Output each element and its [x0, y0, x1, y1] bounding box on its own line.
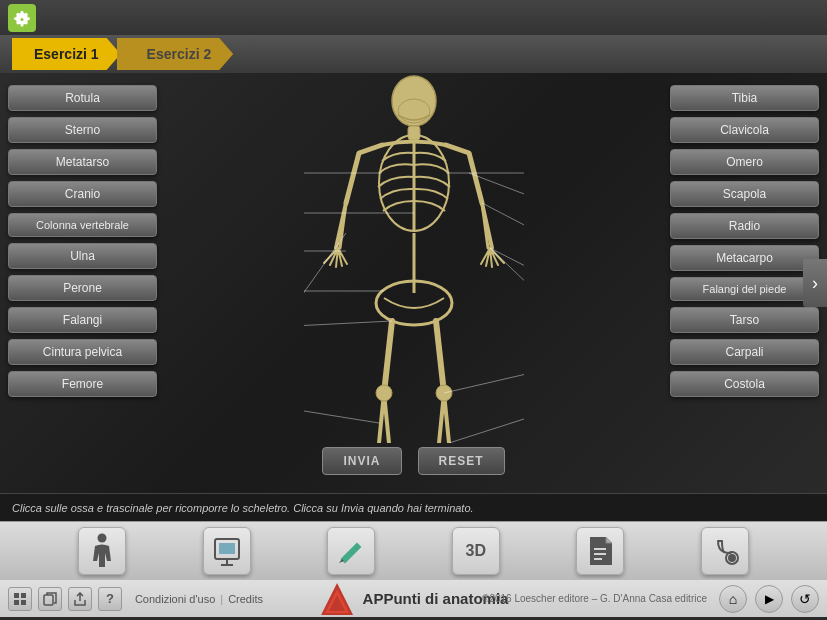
bone-btn-cranio[interactable]: Cranio	[8, 181, 157, 207]
reset-button[interactable]: RESET	[418, 447, 505, 475]
svg-rect-34	[21, 593, 26, 598]
footer-copy-button[interactable]	[38, 587, 62, 611]
tab-esercizi-2[interactable]: Esercizi 2	[117, 38, 234, 70]
bone-btn-clavicola[interactable]: Clavicola	[670, 117, 819, 143]
conditions-link[interactable]: Condizioni d'uso	[135, 593, 215, 605]
footer: ? Condizioni d'uso | Credits APPunti di …	[0, 579, 827, 617]
bone-btn-tarso[interactable]: Tarso	[670, 307, 819, 333]
footer-play-button[interactable]: ▶	[755, 585, 783, 613]
nav-doc-icon[interactable]	[576, 527, 624, 575]
svg-line-20	[444, 363, 524, 393]
nav-stethoscope-icon[interactable]	[701, 527, 749, 575]
copyright-text: ©2016 Loescher editore – G. D'Anna Casa …	[482, 593, 707, 604]
bone-btn-femore[interactable]: Femore	[8, 371, 157, 397]
skeleton-image[interactable]	[165, 78, 662, 438]
left-bone-list: Rotula Sterno Metatarso Cranio Colonna v…	[0, 73, 165, 493]
bone-btn-metatarso[interactable]: Metatarso	[8, 149, 157, 175]
footer-help-button[interactable]: ?	[98, 587, 122, 611]
tab-esercizi-1[interactable]: Esercizi 1	[12, 38, 121, 70]
skeleton-area: INVIA RESET	[165, 73, 662, 493]
svg-line-12	[304, 321, 392, 328]
main-content: Rotula Sterno Metatarso Cranio Colonna v…	[0, 73, 827, 493]
footer-right-icons: ⌂ ▶ ↺	[719, 585, 819, 613]
bone-btn-falangi-piede[interactable]: Falangi del piede	[670, 277, 819, 301]
svg-line-14	[304, 403, 379, 423]
app-logo	[319, 581, 355, 617]
nav-body-icon[interactable]	[78, 527, 126, 575]
bone-btn-tibia[interactable]: Tibia	[670, 85, 819, 111]
bone-btn-radio[interactable]: Radio	[670, 213, 819, 239]
svg-rect-37	[44, 595, 53, 605]
svg-rect-26	[219, 543, 235, 554]
top-bar	[0, 0, 827, 35]
bone-btn-rotula[interactable]: Rotula	[8, 85, 157, 111]
bone-btn-perone[interactable]: Perone	[8, 275, 157, 301]
bone-btn-carpali[interactable]: Carpali	[670, 339, 819, 365]
action-buttons: INVIA RESET	[322, 447, 504, 475]
bone-btn-costola[interactable]: Costola	[670, 371, 819, 397]
settings-button[interactable]	[8, 4, 36, 32]
instruction-bar: Clicca sulle ossa e trascinale per ricom…	[0, 493, 827, 521]
nav-slides-icon[interactable]	[203, 527, 251, 575]
footer-refresh-button[interactable]: ↺	[791, 585, 819, 613]
bone-btn-sterno[interactable]: Sterno	[8, 117, 157, 143]
bone-btn-cintura[interactable]: Cintura pelvica	[8, 339, 157, 365]
svg-rect-35	[14, 600, 19, 605]
bottom-nav-icons: 3D	[0, 521, 827, 579]
footer-grid-button[interactable]	[8, 587, 32, 611]
footer-left: ? Condizioni d'uso | Credits	[0, 587, 263, 611]
nav-3d-icon[interactable]: 3D	[452, 527, 500, 575]
footer-center: APPunti di anatomia	[319, 581, 509, 617]
footer-home-button[interactable]: ⌂	[719, 585, 747, 613]
svg-rect-36	[21, 600, 26, 605]
svg-point-31	[729, 555, 735, 561]
send-button[interactable]: INVIA	[322, 447, 401, 475]
bone-btn-ulna[interactable]: Ulna	[8, 243, 157, 269]
svg-point-6	[376, 385, 392, 401]
svg-rect-2	[408, 126, 420, 140]
svg-rect-33	[14, 593, 19, 598]
footer-share-button[interactable]	[68, 587, 92, 611]
tab-bar: Esercizi 1 Esercizi 2	[0, 35, 827, 73]
bone-btn-metacarpo[interactable]: Metacarpo	[670, 245, 819, 271]
bone-btn-omero[interactable]: Omero	[670, 149, 819, 175]
credits-link[interactable]: Credits	[228, 593, 263, 605]
bone-btn-scapola[interactable]: Scapola	[670, 181, 819, 207]
svg-point-22	[98, 533, 107, 542]
nav-pen-icon[interactable]	[327, 527, 375, 575]
bone-btn-falangi[interactable]: Falangi	[8, 307, 157, 333]
next-arrow-button[interactable]: ›	[803, 259, 827, 307]
bone-btn-colonna[interactable]: Colonna vertebrale	[8, 213, 157, 237]
3d-label: 3D	[466, 542, 486, 560]
instruction-text: Clicca sulle ossa e trascinale per ricom…	[12, 502, 474, 514]
svg-line-21	[449, 403, 524, 443]
